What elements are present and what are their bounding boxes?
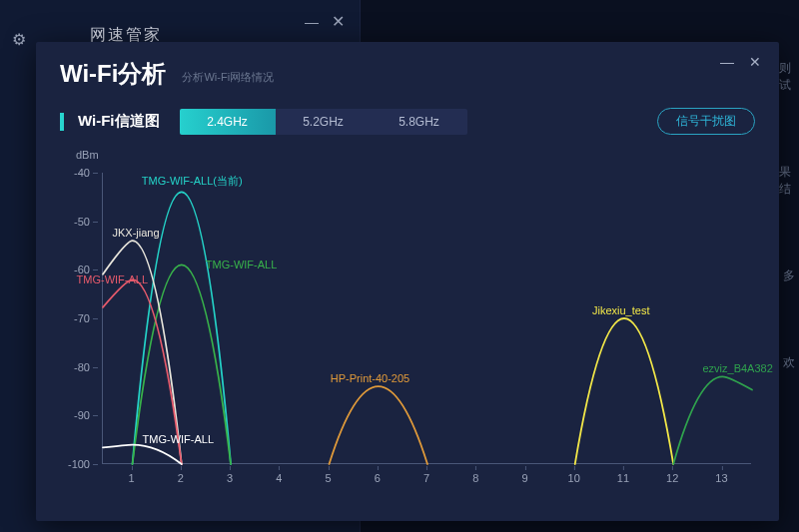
x-tick: 1 [128,472,134,484]
x-tick: 7 [423,472,429,484]
tab-2-4ghz[interactable]: 2.4GHz [180,109,276,135]
x-tick: 9 [521,472,527,484]
series-curve [330,386,427,464]
x-tick: 12 [666,472,678,484]
x-tick: 10 [568,472,580,484]
wifi-analysis-panel: Wi-Fi分析 分析Wi-Fi网络情况 — ✕ Wi-Fi信道图 2.4GHz … [36,42,779,521]
y-axis-ticks: -40-50-60-70-80-90-100 [60,173,98,464]
x-tick: 2 [178,472,184,484]
series-curve [103,445,182,464]
section-title: Wi-Fi信道图 [78,112,160,131]
x-tick: 13 [715,472,727,484]
plot-area: TMG-WIF-ALL(当前)TMG-WIF-ALLJKX-jiangTMG-W… [102,173,751,464]
gear-icon[interactable]: ⚙ [12,30,26,49]
y-axis-unit: dBm [76,149,99,161]
x-tick: 6 [375,472,381,484]
chart-lines [103,173,751,463]
y-tick: -90 [60,409,90,421]
panel-subtitle: 分析Wi-Fi网络情况 [182,70,274,85]
series-curve [575,318,673,464]
x-axis-ticks: 12345678910111213 [102,468,751,488]
band-tabs: 2.4GHz 5.2GHz 5.8GHz [180,109,467,135]
x-tick: 5 [325,472,331,484]
tab-5-2ghz[interactable]: 5.2GHz [276,109,372,135]
channel-chart: dBm -40-50-60-70-80-90-100 TMG-WIF-ALL(当… [60,149,755,488]
x-tick: 11 [617,472,629,484]
right-hint: 多 [783,267,795,284]
y-tick: -100 [60,458,90,470]
tab-5-8ghz[interactable]: 5.8GHz [372,109,467,135]
close-icon[interactable]: ✕ [745,52,765,72]
y-tick: -40 [60,167,90,179]
right-hint: 果结 [779,164,799,198]
panel-window-controls: — ✕ [717,52,765,72]
underlying-right-nav: 则试 果结 多 欢 [779,0,799,532]
minimize-icon[interactable]: — [717,52,737,72]
interference-graph-button[interactable]: 信号干扰图 [657,108,755,135]
right-hint: 则试 [779,60,799,94]
x-tick: 8 [472,472,478,484]
series-curve [673,376,752,464]
y-tick: -70 [60,312,90,324]
y-tick: -60 [60,264,90,275]
section-bar: Wi-Fi信道图 2.4GHz 5.2GHz 5.8GHz 信号干扰图 [36,94,779,143]
y-tick: -80 [60,361,90,373]
section-accent-mark [60,113,64,131]
x-tick: 4 [276,472,282,484]
y-tick: -50 [60,216,90,228]
series-curve [133,192,231,464]
underlying-minimize-icon[interactable]: — [300,10,324,34]
series-curve [103,241,182,464]
right-hint: 欢 [783,354,795,371]
panel-title: Wi-Fi分析 [60,58,166,90]
x-tick: 3 [227,472,233,484]
panel-titlebar: Wi-Fi分析 分析Wi-Fi网络情况 — ✕ [36,42,779,94]
underlying-close-icon[interactable]: ✕ [326,10,350,34]
